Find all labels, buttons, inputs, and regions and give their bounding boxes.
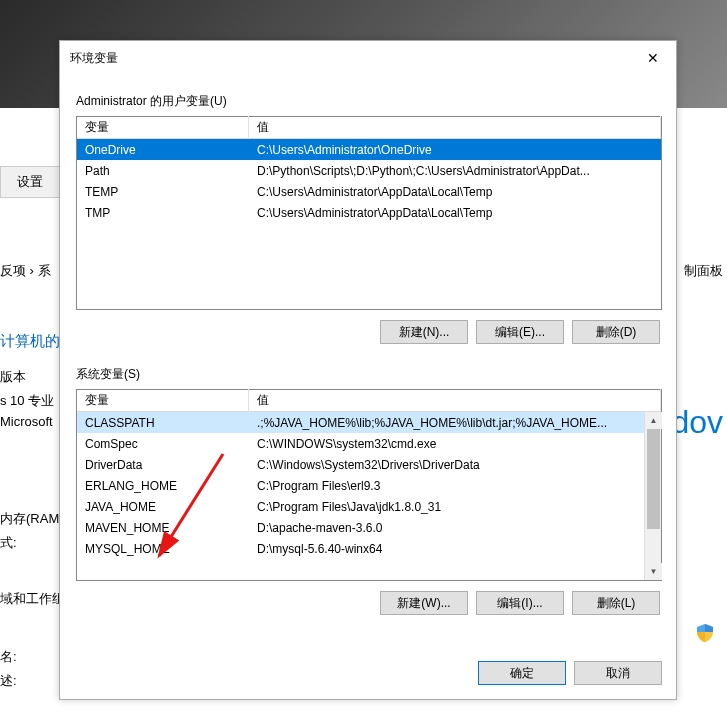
control-panel-text: 制面板 bbox=[684, 262, 723, 280]
shield-icon bbox=[697, 624, 713, 642]
var-value-cell: C:\Users\Administrator\AppData\Local\Tem… bbox=[249, 183, 661, 201]
var-value-cell: C:\Program Files\erl9.3 bbox=[249, 477, 661, 495]
version-label: 版本 bbox=[0, 368, 26, 386]
var-value-cell: D:\mysql-5.6.40-winx64 bbox=[249, 540, 661, 558]
var-name-cell: MYSQL_HOME bbox=[77, 540, 249, 558]
edit-system-button[interactable]: 编辑(I)... bbox=[476, 591, 564, 615]
titlebar[interactable]: 环境变量 ✕ bbox=[60, 41, 676, 75]
user-vars-list[interactable]: 变量 值 OneDriveC:\Users\Administrator\OneD… bbox=[76, 116, 662, 310]
var-value-cell: C:\Users\Administrator\OneDrive bbox=[249, 141, 661, 159]
table-row[interactable]: TEMPC:\Users\Administrator\AppData\Local… bbox=[77, 181, 661, 202]
ram-label: 内存(RAM bbox=[0, 510, 59, 528]
dialog-title: 环境变量 bbox=[70, 50, 118, 67]
var-name-cell: OneDrive bbox=[77, 141, 249, 159]
col-header-var-sys[interactable]: 变量 bbox=[77, 389, 249, 412]
env-vars-dialog: 环境变量 ✕ Administrator 的用户变量(U) 变量 值 OneDr… bbox=[59, 40, 677, 700]
cancel-button[interactable]: 取消 bbox=[574, 661, 662, 685]
user-list-rows: OneDriveC:\Users\Administrator\OneDriveP… bbox=[77, 139, 661, 309]
scrollbar-vertical[interactable]: ▲ ▼ bbox=[644, 412, 661, 580]
var-name-cell: DriverData bbox=[77, 456, 249, 474]
table-row[interactable]: CLASSPATH.;%JAVA_HOME%\lib;%JAVA_HOME%\l… bbox=[77, 412, 661, 433]
var-name-cell: TMP bbox=[77, 204, 249, 222]
var-name-cell: MAVEN_HOME bbox=[77, 519, 249, 537]
table-row[interactable]: TMPC:\Users\Administrator\AppData\Local\… bbox=[77, 202, 661, 223]
system-button-row: 新建(W)... 编辑(I)... 删除(L) bbox=[74, 591, 660, 615]
var-value-cell: D:\Python\Scripts\;D:\Python\;C:\Users\A… bbox=[249, 162, 661, 180]
table-row[interactable]: DriverDataC:\Windows\System32\Drivers\Dr… bbox=[77, 454, 661, 475]
user-button-row: 新建(N)... 编辑(E)... 删除(D) bbox=[74, 320, 660, 344]
microsoft-text: Microsoft bbox=[0, 414, 53, 429]
var-value-cell: C:\Windows\System32\Drivers\DriverData bbox=[249, 456, 661, 474]
var-value-cell: D:\apache-maven-3.6.0 bbox=[249, 519, 661, 537]
var-name-cell: Path bbox=[77, 162, 249, 180]
format-label: 式: bbox=[0, 534, 17, 552]
scroll-thumb[interactable] bbox=[647, 429, 660, 529]
new-system-button[interactable]: 新建(W)... bbox=[380, 591, 468, 615]
edit-user-button[interactable]: 编辑(E)... bbox=[476, 320, 564, 344]
dialog-footer-buttons: 确定 取消 bbox=[478, 661, 662, 685]
table-row[interactable]: ERLANG_HOMEC:\Program Files\erl9.3 bbox=[77, 475, 661, 496]
computer-info-text: 计算机的 bbox=[0, 332, 60, 351]
var-value-cell: C:\Users\Administrator\AppData\Local\Tem… bbox=[249, 204, 661, 222]
delete-system-button[interactable]: 删除(L) bbox=[572, 591, 660, 615]
var-value-cell: C:\Program Files\Java\jdk1.8.0_31 bbox=[249, 498, 661, 516]
system-vars-label: 系统变量(S) bbox=[76, 366, 662, 383]
system-list-rows: CLASSPATH.;%JAVA_HOME%\lib;%JAVA_HOME%\l… bbox=[77, 412, 661, 580]
new-user-button[interactable]: 新建(N)... bbox=[380, 320, 468, 344]
scroll-up-icon[interactable]: ▲ bbox=[645, 412, 662, 429]
table-row[interactable]: MYSQL_HOMED:\mysql-5.6.40-winx64 bbox=[77, 538, 661, 559]
col-header-var[interactable]: 变量 bbox=[77, 116, 249, 139]
system-vars-list[interactable]: 变量 值 CLASSPATH.;%JAVA_HOME%\lib;%JAVA_HO… bbox=[76, 389, 662, 581]
close-icon: ✕ bbox=[647, 50, 659, 66]
desc-label: 述: bbox=[0, 672, 17, 690]
delete-user-button[interactable]: 删除(D) bbox=[572, 320, 660, 344]
close-button[interactable]: ✕ bbox=[630, 41, 676, 75]
system-list-header: 变量 值 bbox=[77, 390, 661, 412]
scroll-down-icon[interactable]: ▼ bbox=[645, 563, 662, 580]
var-name-cell: CLASSPATH bbox=[77, 414, 249, 432]
windows-logo-text: dov bbox=[671, 404, 723, 441]
background-tab: 设置 bbox=[0, 166, 60, 198]
table-row[interactable]: PathD:\Python\Scripts\;D:\Python\;C:\Use… bbox=[77, 160, 661, 181]
edition-text: s 10 专业 bbox=[0, 392, 54, 410]
col-header-val[interactable]: 值 bbox=[249, 116, 661, 139]
var-name-cell: JAVA_HOME bbox=[77, 498, 249, 516]
table-row[interactable]: ComSpecC:\WINDOWS\system32\cmd.exe bbox=[77, 433, 661, 454]
col-header-val-sys[interactable]: 值 bbox=[249, 389, 661, 412]
table-row[interactable]: MAVEN_HOMED:\apache-maven-3.6.0 bbox=[77, 517, 661, 538]
user-list-header: 变量 值 bbox=[77, 117, 661, 139]
name-label: 名: bbox=[0, 648, 17, 666]
workgroup-label: 域和工作组 bbox=[0, 590, 65, 608]
var-name-cell: ERLANG_HOME bbox=[77, 477, 249, 495]
var-name-cell: ComSpec bbox=[77, 435, 249, 453]
table-row[interactable]: JAVA_HOMEC:\Program Files\Java\jdk1.8.0_… bbox=[77, 496, 661, 517]
user-vars-label: Administrator 的用户变量(U) bbox=[76, 93, 662, 110]
breadcrumb-text: 反项 › 系 bbox=[0, 262, 51, 280]
var-name-cell: TEMP bbox=[77, 183, 249, 201]
table-row[interactable]: OneDriveC:\Users\Administrator\OneDrive bbox=[77, 139, 661, 160]
var-value-cell: .;%JAVA_HOME%\lib;%JAVA_HOME%\lib\dt.jar… bbox=[249, 414, 661, 432]
var-value-cell: C:\WINDOWS\system32\cmd.exe bbox=[249, 435, 661, 453]
ok-button[interactable]: 确定 bbox=[478, 661, 566, 685]
